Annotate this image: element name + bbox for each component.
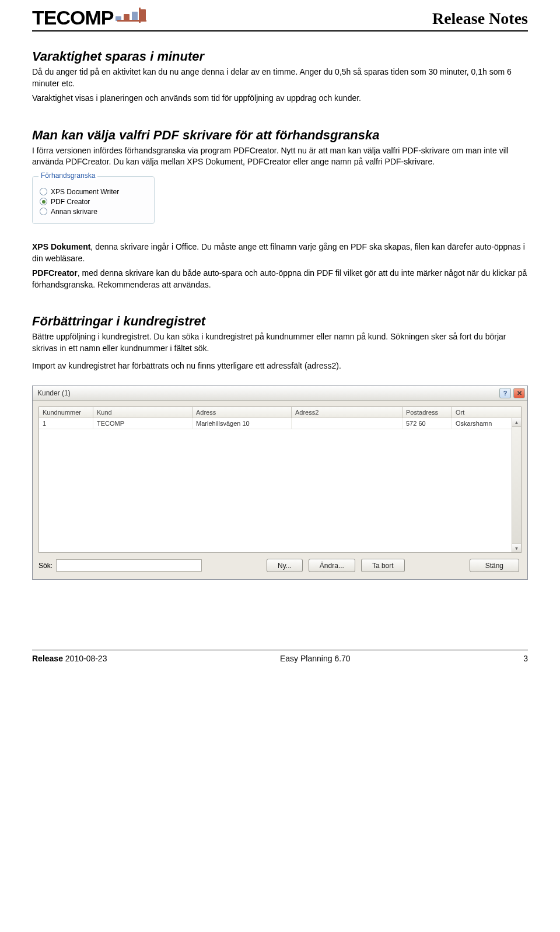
section3-p2: Import av kundregistret har förbättrats … [32, 360, 528, 372]
scroll-up-icon[interactable]: ▲ [512, 418, 521, 427]
pdfcreator-text: , med denna skrivare kan du både auto-sp… [32, 268, 527, 289]
section1-heading: Varaktighet sparas i minuter [32, 49, 528, 64]
search-input[interactable] [56, 559, 202, 572]
cell-ort: Oskarshamn [452, 418, 521, 429]
xps-paragraph: XPS Dokument, denna skrivare ingår i Off… [32, 241, 528, 264]
radio-xps[interactable]: XPS Document Writer [40, 188, 147, 196]
cell-adress: Mariehillsvägen 10 [192, 418, 292, 429]
radio-label: PDF Creator [51, 198, 90, 206]
radio-pdfcreator[interactable]: PDF Creator [40, 198, 147, 206]
grid-header: Kundnummer Kund Adress Adress2 Postadres… [39, 407, 521, 418]
col-ort[interactable]: Ort [452, 407, 521, 418]
cell-adress2 [292, 418, 402, 429]
xps-label: XPS Dokument [32, 242, 90, 251]
xps-text: , denna skrivare ingår i Office. Du måst… [32, 242, 525, 263]
close-button[interactable]: ✕ [513, 388, 525, 398]
preview-legend: Förhandsgranska [38, 171, 97, 180]
cell-kund: TECOMP [93, 418, 192, 429]
grid-body[interactable]: 1 TECOMP Mariehillsvägen 10 572 60 Oskar… [39, 418, 521, 552]
page-header: TECOMP Release Notes [32, 0, 528, 31]
tabort-button[interactable]: Ta bort [361, 559, 405, 572]
footer-date: 2010-08-23 [63, 654, 107, 663]
page-footer: Release 2010-08-23 Easy Planning 6.70 3 [32, 650, 528, 663]
close-icon: ✕ [517, 390, 522, 397]
col-postadress[interactable]: Postadress [402, 407, 452, 418]
footer-page-number: 3 [523, 654, 528, 663]
section1-p1: Då du anger tid på en aktivitet kan du n… [32, 66, 528, 89]
pdfcreator-paragraph: PDFCreator, med denna skrivare kan du bå… [32, 268, 528, 290]
grid-scrollbar[interactable]: ▲ ▼ [512, 418, 521, 552]
section2-heading: Man kan välja valfri PDF skrivare för at… [32, 128, 528, 143]
window-bottombar: Sök: Ny... Ändra... Ta bort Stäng [38, 553, 522, 573]
col-kund[interactable]: Kund [93, 407, 192, 418]
pdfcreator-label: PDFCreator [32, 268, 78, 278]
radio-label: XPS Document Writer [51, 188, 119, 196]
section3-p1: Bättre uppföljning i kundregistret. Du k… [32, 331, 528, 354]
col-adress2[interactable]: Adress2 [292, 407, 402, 418]
footer-center: Easy Planning 6.70 [280, 654, 351, 663]
cell-kundnummer: 1 [39, 418, 93, 429]
radio-label: Annan skrivare [51, 208, 97, 216]
kunder-window: Kunder (1) ? ✕ Kundnummer Kund Adress Ad… [32, 386, 528, 580]
logo: TECOMP [32, 6, 162, 29]
col-kundnummer[interactable]: Kundnummer [39, 407, 93, 418]
customer-grid: Kundnummer Kund Adress Adress2 Postadres… [38, 407, 522, 553]
table-row[interactable]: 1 TECOMP Mariehillsvägen 10 572 60 Oskar… [39, 418, 521, 429]
window-titlebar: Kunder (1) ? ✕ [33, 386, 527, 401]
search-label: Sök: [38, 562, 52, 570]
help-button[interactable]: ? [499, 388, 511, 398]
logo-pictogram [116, 6, 162, 29]
radio-icon [40, 188, 47, 195]
footer-left: Release 2010-08-23 [32, 654, 107, 663]
andra-button[interactable]: Ändra... [309, 559, 355, 572]
scroll-down-icon[interactable]: ▼ [512, 544, 521, 552]
stang-button[interactable]: Stäng [470, 559, 519, 572]
col-adress[interactable]: Adress [192, 407, 292, 418]
radio-annan[interactable]: Annan skrivare [40, 208, 147, 216]
section3-heading: Förbättringar i kundregistret [32, 314, 528, 329]
logo-text: TECOMP [32, 6, 113, 29]
ny-button[interactable]: Ny... [267, 559, 303, 572]
radio-icon [40, 208, 47, 215]
section2-p1: I förra versionen infördes förhandsgrans… [32, 145, 528, 168]
window-title: Kunder (1) [37, 389, 71, 397]
preview-groupbox: Förhandsgranska XPS Document Writer PDF … [32, 176, 155, 224]
section1-p2: Varaktighet visas i planeringen och anvä… [32, 93, 528, 104]
radio-icon [40, 198, 47, 205]
cell-postadress: 572 60 [402, 418, 452, 429]
document-title: Release Notes [432, 9, 528, 28]
footer-release-label: Release [32, 654, 63, 663]
